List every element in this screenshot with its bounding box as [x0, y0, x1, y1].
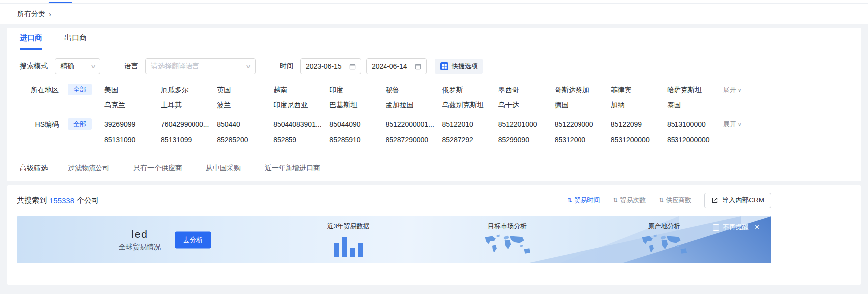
top-tab-indicator — [49, 2, 72, 3]
search-mode-select[interactable]: 精确 ∨ — [55, 58, 100, 74]
hscode-item[interactable]: 8513100000 — [667, 118, 719, 131]
dismiss-checkbox[interactable] — [713, 224, 719, 231]
import-crm-button[interactable]: 导入内部CRM — [704, 193, 771, 208]
region-item[interactable]: 哥斯达黎加 — [555, 83, 607, 96]
region-item[interactable]: 乌兹别克斯坦 — [442, 98, 494, 111]
region-item[interactable]: 美国 — [104, 83, 157, 96]
region-item[interactable]: 俄罗斯 — [442, 83, 494, 96]
hscode-items: 3926909976042990000...85044085044083901.… — [104, 118, 719, 146]
region-item[interactable]: 德国 — [555, 98, 607, 111]
region-items: 美国厄瓜多尔英国越南印度秘鲁俄罗斯墨西哥哥斯达黎加菲律宾哈萨克斯坦 乌克兰土耳其… — [104, 83, 719, 111]
hscode-item[interactable]: 8512201000 — [498, 118, 551, 131]
region-expand-link[interactable]: 展开∨ — [723, 83, 754, 111]
world-map-icon — [480, 234, 535, 257]
banner-feature-origin-label: 原产地分析 — [648, 222, 680, 231]
hscode-item[interactable]: 85285200 — [217, 133, 269, 146]
hscode-item[interactable]: 85287290000 — [386, 133, 438, 146]
time-label: 时间 — [280, 62, 293, 71]
date-start-value: 2023-06-15 — [306, 62, 342, 70]
region-all-badge[interactable]: 全部 — [68, 84, 92, 95]
hscode-item[interactable]: 850440 — [217, 118, 269, 131]
region-item[interactable]: 乌克兰 — [104, 98, 157, 111]
region-item[interactable]: 孟加拉国 — [386, 98, 438, 111]
date-end-input[interactable]: 2024-06-14 — [366, 58, 427, 74]
region-item[interactable]: 泰国 — [667, 98, 719, 111]
region-item[interactable]: 波兰 — [217, 98, 269, 111]
advanced-filter-option[interactable]: 近一年新增进口商 — [265, 164, 320, 173]
hscode-item[interactable]: 85299090 — [498, 133, 551, 146]
region-item[interactable]: 菲律宾 — [611, 83, 663, 96]
results-count-number: 155338 — [49, 196, 74, 205]
sort-trade-count[interactable]: ⇅ 贸易次数 — [613, 196, 646, 205]
language-placeholder: 请选择翻译语言 — [151, 62, 199, 71]
search-controls-row: 搜索模式 精确 ∨ 语言 请选择翻译语言 ∨ 时间 2023-06-15 202… — [20, 58, 754, 74]
hscode-item[interactable]: 85287292 — [442, 133, 494, 146]
results-header: 共搜索到 155338 个公司 ⇅ 贸易时间 ⇅ 贸易次数 ⇅ 供应商数 — [17, 193, 771, 208]
region-item[interactable]: 秘鲁 — [386, 83, 438, 96]
hscode-item[interactable]: 39269099 — [104, 118, 157, 131]
hscode-item[interactable]: 85122099 — [611, 118, 663, 131]
region-item[interactable]: 英国 — [217, 83, 269, 96]
hscode-all-badge[interactable]: 全部 — [68, 118, 92, 130]
hscode-item[interactable]: 85044090 — [329, 118, 382, 131]
advanced-filter-option[interactable]: 只有一个供应商 — [133, 164, 182, 173]
hscode-item[interactable]: 85122010 — [442, 118, 494, 131]
region-item[interactable]: 加纳 — [611, 98, 663, 111]
hscode-item[interactable]: 8531200000 — [611, 133, 663, 146]
close-icon[interactable]: × — [755, 223, 759, 231]
hscode-item[interactable]: 76042990000... — [161, 118, 213, 131]
dismiss-label[interactable]: 不再提醒 — [723, 223, 749, 232]
sort-icon: ⇅ — [567, 197, 572, 204]
results-count-suffix: 个公司 — [77, 196, 99, 205]
date-start-input[interactable]: 2023-06-15 — [300, 58, 361, 74]
sort-trade-time[interactable]: ⇅ 贸易时间 — [567, 196, 600, 205]
hscode-item[interactable]: 85122000001... — [386, 118, 438, 131]
hscode-item[interactable]: 85312000 — [555, 133, 607, 146]
language-select[interactable]: 请选择翻译语言 ∨ — [145, 58, 256, 74]
analyze-button[interactable]: 去分析 — [175, 231, 211, 248]
hscode-item[interactable]: 852859 — [273, 133, 325, 146]
hscode-item[interactable]: 85131090 — [104, 133, 157, 146]
language-label: 语言 — [124, 62, 138, 71]
hscode-expand-link[interactable]: 展开∨ — [723, 118, 754, 146]
region-item[interactable]: 厄瓜多尔 — [161, 83, 213, 96]
region-item[interactable]: 越南 — [273, 83, 325, 96]
banner-feature-origin: 原产地分析 — [627, 222, 701, 257]
export-icon — [711, 197, 718, 204]
hscode-item[interactable]: 85285910 — [329, 133, 382, 146]
hscode-label: HS编码 — [20, 118, 59, 146]
advanced-filter-option[interactable]: 过滤物流公司 — [68, 164, 109, 173]
hscode-row-1: 3926909976042990000...85044085044083901.… — [104, 118, 719, 131]
hscode-item[interactable]: 85312000000 — [667, 133, 719, 146]
breadcrumb[interactable]: 所有分类 › — [0, 4, 868, 24]
region-item[interactable]: 巴基斯坦 — [329, 98, 382, 111]
tab-importer[interactable]: 进口商 — [20, 28, 42, 50]
region-filter-row: 所在地区 全部 美国厄瓜多尔英国越南印度秘鲁俄罗斯墨西哥哥斯达黎加菲律宾哈萨克斯… — [20, 83, 754, 111]
search-form: 搜索模式 精确 ∨ 语言 请选择翻译语言 ∨ 时间 2023-06-15 202… — [7, 50, 754, 156]
hscode-item[interactable]: 8512209000 — [555, 118, 607, 131]
advanced-filter-options: 过滤物流公司只有一个供应商从中国采购近一年新增进口商 — [68, 164, 344, 173]
chevron-down-icon: ∨ — [245, 63, 251, 70]
calendar-icon — [415, 63, 421, 70]
import-crm-label: 导入内部CRM — [722, 196, 764, 205]
region-item[interactable]: 土耳其 — [161, 98, 213, 111]
quick-options-icon — [440, 62, 448, 70]
bar-chart-icon — [334, 236, 363, 257]
sort-supplier-count[interactable]: ⇅ 供应商数 — [659, 196, 691, 205]
region-item[interactable]: 墨西哥 — [498, 83, 551, 96]
sort-trade-time-label: 贸易时间 — [574, 196, 600, 205]
tab-exporter[interactable]: 出口商 — [64, 28, 87, 50]
date-end-value: 2024-06-14 — [372, 62, 407, 70]
hscode-item[interactable]: 85131099 — [161, 133, 213, 146]
banner-feature-target-market-label: 目标市场分析 — [488, 222, 527, 231]
region-item[interactable]: 印度尼西亚 — [273, 98, 325, 111]
search-mode-label: 搜索模式 — [20, 62, 48, 71]
region-item[interactable]: 哈萨克斯坦 — [667, 83, 719, 96]
section-gap — [0, 181, 868, 185]
breadcrumb-label[interactable]: 所有分类 — [17, 10, 45, 19]
advanced-filter-option[interactable]: 从中国采购 — [206, 164, 241, 173]
hscode-item[interactable]: 85044083901... — [273, 118, 325, 131]
region-item[interactable]: 乌干达 — [498, 98, 551, 111]
quick-options-button[interactable]: 快捷选项 — [435, 59, 483, 74]
region-item[interactable]: 印度 — [329, 83, 382, 96]
